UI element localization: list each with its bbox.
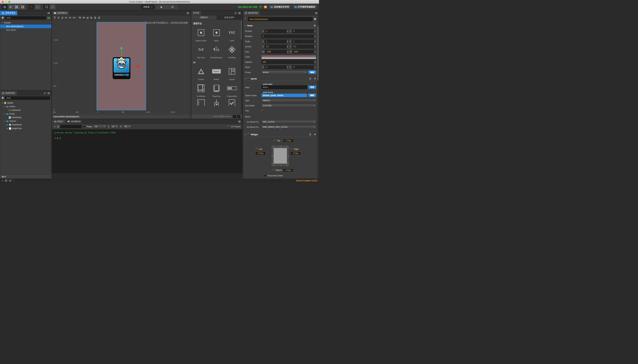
tab-assets[interactable]: 资源管理器 (0, 91, 17, 96)
atlas-field[interactable]: None (261, 86, 307, 89)
type-dropdown[interactable]: SIMPLE▼ (261, 99, 316, 102)
regex-checkbox[interactable] (83, 126, 85, 128)
widget-left-field[interactable]: 0.00px (255, 152, 266, 155)
align-left-icon[interactable] (65, 16, 68, 19)
size-h-field[interactable]: 1920 (292, 50, 316, 54)
stepper[interactable] (314, 60, 316, 64)
asset-row-helloworld-texture[interactable]: ▶ HelloWorld (0, 123, 51, 126)
clear-sprite-frame-icon[interactable]: × (304, 94, 306, 97)
gizmo-anchor-handle[interactable] (120, 64, 123, 66)
refresh-assets-icon[interactable]: ⇄ (2, 180, 3, 182)
align-bottom-icon[interactable] (61, 16, 64, 19)
position-y-field[interactable]: 0 (292, 29, 316, 33)
asset-row-texture[interactable]: ▼ Texture (0, 119, 51, 123)
library-popout-icon[interactable] (235, 12, 237, 14)
hierarchy-menu-icon[interactable] (48, 12, 50, 14)
minimize-window-button[interactable] (5, 1, 7, 3)
pivot-corner-button[interactable] (29, 4, 35, 10)
play-button[interactable]: ▶ (156, 5, 167, 9)
eye-off-icon[interactable] (9, 180, 12, 182)
icon-size-value[interactable]: 3 (233, 115, 241, 118)
align-right-icon[interactable] (72, 16, 75, 19)
widget-bottom-checkbox[interactable] (272, 169, 275, 172)
sprite-frame-edit-button[interactable]: 编辑 (308, 94, 316, 97)
library-item-sprite[interactable]: Sprite (209, 26, 224, 42)
vertical-center-checkbox[interactable] (264, 178, 266, 178)
asset-row-helloworld-scene[interactable]: helloworld (0, 108, 51, 112)
trim-checkbox[interactable] (261, 110, 264, 112)
external-link-icon[interactable]: ↗ (274, 92, 275, 93)
widget-right-field[interactable]: 0.00px (291, 152, 301, 155)
log-level-dropdown[interactable]: All▼ (94, 125, 106, 128)
rotate-tool-button[interactable] (8, 4, 14, 10)
help-doc-icon[interactable] (309, 78, 311, 80)
library-item-progressbar[interactable]: ProgressBar (224, 81, 240, 98)
node-section-header[interactable]: ▼ Node (244, 24, 316, 27)
distribute-h-center-icon[interactable] (94, 16, 97, 19)
gizmo-x-arrowhead[interactable] (138, 65, 140, 68)
local-gizmo-button[interactable] (44, 4, 50, 10)
link-scene-icon[interactable] (47, 16, 50, 19)
caret-down-icon[interactable]: ▼ (2, 102, 3, 104)
library-item-button[interactable]: Button Button (209, 64, 224, 81)
console-menu-icon[interactable] (238, 121, 241, 122)
font-size-dropdown[interactable]: 14▼ (111, 125, 119, 128)
assets-menu-icon[interactable] (48, 92, 50, 94)
horizontal-center-checkbox[interactable] (264, 174, 266, 177)
external-link-icon[interactable]: ↗ (273, 83, 274, 85)
hierarchy-search-input[interactable] (5, 16, 46, 20)
align-h-center-icon[interactable] (69, 16, 71, 19)
caret-down-icon[interactable]: ▼ (4, 113, 6, 115)
close-window-button[interactable] (2, 1, 4, 3)
caret-right-icon[interactable]: ▶ (7, 124, 8, 126)
distribute-right-icon[interactable] (98, 16, 100, 19)
add-component-button[interactable]: ✚ (314, 18, 316, 20)
log-file-icon[interactable] (57, 126, 59, 128)
widget-left-checkbox[interactable] (255, 148, 258, 150)
size-mode-dropdown[interactable]: CUSTOM▼ (261, 104, 316, 108)
caret-down-icon[interactable]: ▼ (4, 120, 6, 122)
library-item-editbox[interactable] (193, 98, 209, 108)
caret-right-icon[interactable]: ▶ (7, 128, 8, 129)
widget-section-header[interactable]: ▼ Widget (244, 132, 316, 136)
size-w-field[interactable]: 1080 (265, 50, 289, 54)
distribute-left-icon[interactable] (90, 16, 93, 19)
asset-row-scene[interactable]: ▼ Scene (0, 105, 51, 108)
asset-row-script[interactable]: ▼ Script (0, 112, 51, 116)
position-x-field[interactable]: 0 (265, 29, 289, 33)
add-node-button[interactable]: ✚ (2, 16, 4, 19)
gizmo-y-arrowhead[interactable] (120, 46, 123, 49)
library-item-layout[interactable]: Layout (224, 64, 240, 81)
tab-inspector[interactable]: 属性检查器 (243, 11, 260, 15)
sprite-enabled-checkbox[interactable] (247, 78, 250, 80)
help-doc-icon[interactable] (309, 134, 311, 136)
caret-down-icon[interactable]: ▼ (2, 22, 3, 24)
skew-y-field[interactable]: 0 (292, 65, 316, 69)
stepper[interactable] (314, 50, 316, 54)
assets-popout-icon[interactable] (44, 92, 46, 94)
inspector-menu-icon[interactable] (315, 12, 317, 14)
library-item-scrollview[interactable]: ScrollView (193, 81, 209, 98)
stepper[interactable] (314, 35, 316, 38)
library-item-canvas[interactable]: Canvas (193, 64, 209, 81)
distribute-v-center-icon[interactable] (82, 16, 85, 19)
gear-icon[interactable] (314, 78, 316, 80)
node-active-checkbox[interactable] (244, 18, 247, 20)
library-item-rich-text[interactable]: TxT Rich Text (193, 42, 209, 59)
atlas-select-button[interactable]: 选择 (308, 86, 316, 89)
library-scrollbar[interactable] (241, 20, 242, 114)
console-filter-input[interactable] (60, 125, 82, 128)
library-item-toggle[interactable] (224, 98, 240, 108)
clear-console-icon[interactable]: ⊘ (54, 125, 56, 128)
assets-search-input[interactable] (5, 96, 50, 100)
database-icon[interactable] (5, 180, 7, 182)
distribute-top-icon[interactable] (78, 16, 81, 19)
caret-down-icon[interactable]: ▼ (244, 78, 246, 80)
add-asset-button[interactable]: ✚ (2, 96, 4, 100)
dst-blend-dropdown[interactable]: ONE_MINUS_SRC_ALPHA▼ (261, 126, 316, 129)
rect-tool-button[interactable] (20, 4, 26, 10)
tab-custom-controls[interactable]: 自定义控件 (217, 16, 242, 20)
widget-top-checkbox[interactable] (274, 140, 276, 142)
widget-bottom-field[interactable]: 0.00px (283, 168, 293, 172)
stepper[interactable] (287, 50, 289, 54)
